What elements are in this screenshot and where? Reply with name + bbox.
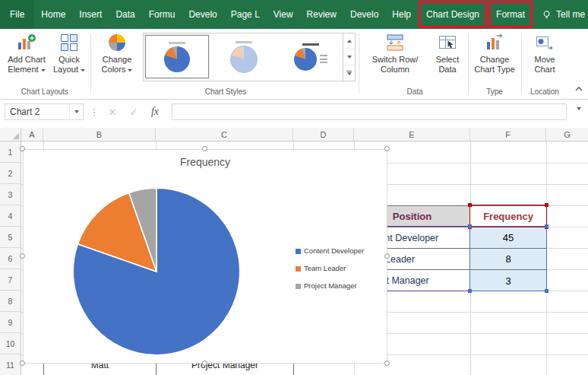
change-colors-icon <box>107 32 127 53</box>
row-header-11[interactable]: 11 <box>0 354 21 375</box>
select-all-button[interactable] <box>0 128 21 141</box>
legend-item-content-developer[interactable]: Content Developer <box>296 247 364 255</box>
column-header-G[interactable]: G <box>546 128 588 141</box>
legend-swatch <box>296 249 301 254</box>
chart-style-thumbnail-2[interactable] <box>212 35 276 78</box>
legend-item-team-leader[interactable]: Team Leader <box>296 265 364 272</box>
gallery-scroll-buttons <box>343 33 355 81</box>
chart-style-thumbnail-1[interactable] <box>145 35 209 78</box>
chart-legend: Content DeveloperTeam LeaderProject Mana… <box>296 247 364 290</box>
row-header-6[interactable]: 6 <box>0 248 21 269</box>
tab-review[interactable]: Review <box>300 0 343 29</box>
group-divider <box>90 33 91 93</box>
column-header-D[interactable]: D <box>293 128 354 141</box>
row-header-1[interactable]: 1 <box>0 141 21 163</box>
cell-F6[interactable]: 8 <box>470 249 546 270</box>
chart-resize-handle-middle-left[interactable] <box>20 253 25 259</box>
column-header-C[interactable]: C <box>156 128 293 141</box>
column-header-E[interactable]: E <box>354 128 470 141</box>
chart-resize-handle-top-middle[interactable] <box>202 146 207 151</box>
gallery-scroll-down-icon[interactable] <box>343 49 355 65</box>
pie-chart[interactable]: Frequency Content DeveloperTeam LeaderPr… <box>23 149 387 364</box>
legend-label: Content Developer <box>304 247 364 255</box>
tab-data[interactable]: Data <box>109 0 141 29</box>
group-label-data: Data <box>363 87 466 96</box>
chart-title[interactable]: Frequency <box>24 156 387 168</box>
group-label-chart-layouts: Chart Layouts <box>0 87 90 96</box>
tab-help[interactable]: Help <box>385 0 418 29</box>
chart-style-thumbnail-3[interactable] <box>279 35 343 78</box>
tab-tell-me[interactable]: Tell me <box>533 0 588 29</box>
row-header-7[interactable]: 7 <box>0 269 21 291</box>
add-chart-element-button[interactable]: Add Chart Element <box>5 32 49 74</box>
formula-bar-grip-icon: ⋮ <box>87 103 102 120</box>
thumbnail-title-line <box>302 43 319 46</box>
select-data-icon <box>438 32 457 53</box>
select-data-button[interactable]: Select Data <box>428 32 466 74</box>
row-header-2[interactable]: 2 <box>0 163 21 184</box>
move-chart-button[interactable]: Move Chart <box>524 32 565 74</box>
row-header-3[interactable]: 3 <box>0 184 21 205</box>
group-divider <box>359 33 359 93</box>
gallery-more-icon[interactable] <box>343 65 355 81</box>
chart-resize-handle-top-right[interactable] <box>384 146 390 151</box>
switch-row-column-label: Switch Row/ Column <box>363 55 427 74</box>
chart-styles-gallery <box>143 33 356 81</box>
thumbnail-title-line <box>236 41 252 43</box>
dropdown-caret-icon <box>128 69 132 72</box>
tab-develo[interactable]: Develo <box>182 0 223 29</box>
row-header-4[interactable]: 4 <box>0 205 21 227</box>
chart-resize-handle-bottom-left[interactable] <box>20 361 25 366</box>
quick-layout-label: Quick Layout <box>50 55 88 74</box>
tab-insert[interactable]: Insert <box>72 0 109 29</box>
name-box-dropdown-icon[interactable] <box>69 104 83 119</box>
dropdown-caret-icon <box>81 69 85 72</box>
group-label-location: Location <box>524 87 565 96</box>
switch-row-column-button[interactable]: Switch Row/ Column <box>363 32 427 74</box>
legend-item-project-manager[interactable]: Project Manager <box>296 282 364 290</box>
column-header-B[interactable]: B <box>43 128 156 141</box>
tab-format[interactable]: Format <box>488 1 533 28</box>
insert-function-icon[interactable]: fx <box>147 103 163 120</box>
collapse-ribbon-icon[interactable] <box>574 85 583 94</box>
ribbon-tabs: FileHomeInsertDataFormuDeveloPage LViewR… <box>0 0 533 29</box>
formula-bar-expand-icon[interactable] <box>577 110 581 124</box>
group-label-type: Type <box>471 87 518 96</box>
change-chart-type-label: Change Chart Type <box>471 55 518 74</box>
select-data-label: Select Data <box>428 55 466 74</box>
move-chart-label: Move Chart <box>524 55 565 74</box>
tab-view[interactable]: View <box>267 0 300 29</box>
row-header-9[interactable]: 9 <box>0 312 21 333</box>
column-header-F[interactable]: F <box>470 128 546 141</box>
chart-resize-handle-top-left[interactable] <box>20 146 25 151</box>
tell-me-label: Tell me <box>556 9 585 20</box>
cancel-icon[interactable]: ✕ <box>105 103 120 120</box>
gallery-scroll-up-icon[interactable] <box>343 33 355 49</box>
row-header-8[interactable]: 8 <box>0 291 21 312</box>
row-header-10[interactable]: 10 <box>0 333 21 354</box>
name-box-value: Chart 2 <box>5 106 69 117</box>
tab-home[interactable]: Home <box>34 0 72 29</box>
cell-F4-frequency-header[interactable]: Frequency <box>470 206 546 227</box>
chart-resize-handle-bottom-right[interactable] <box>384 361 390 366</box>
change-chart-type-button[interactable]: Change Chart Type <box>471 32 518 74</box>
enter-icon[interactable]: ✓ <box>126 103 141 120</box>
tab-chart-design[interactable]: Chart Design <box>419 1 487 28</box>
quick-layout-button[interactable]: Quick Layout <box>50 32 88 74</box>
chart-resize-handle-bottom-middle[interactable] <box>202 361 207 366</box>
tab-formu[interactable]: Formu <box>142 0 182 29</box>
tab-develo[interactable]: Develo <box>343 0 385 29</box>
chart-resize-handle-middle-right[interactable] <box>384 253 390 259</box>
add-chart-element-icon <box>17 32 36 53</box>
formula-input[interactable] <box>172 103 567 120</box>
ribbon-tab-bar: FileHomeInsertDataFormuDeveloPage LViewR… <box>0 0 588 29</box>
cell-F5[interactable]: 45 <box>470 227 546 249</box>
tab-file[interactable]: File <box>0 0 34 29</box>
tab-page-l[interactable]: Page L <box>224 0 267 29</box>
column-header-A[interactable]: A <box>21 128 43 141</box>
ribbon-chart-design: Add Chart Element Quick Layout Chart Lay… <box>0 29 588 100</box>
change-colors-button[interactable]: Change Colors <box>94 32 140 74</box>
cell-F7[interactable]: 3 <box>470 270 546 291</box>
row-header-5[interactable]: 5 <box>0 227 21 248</box>
name-box[interactable]: Chart 2 <box>5 103 84 120</box>
